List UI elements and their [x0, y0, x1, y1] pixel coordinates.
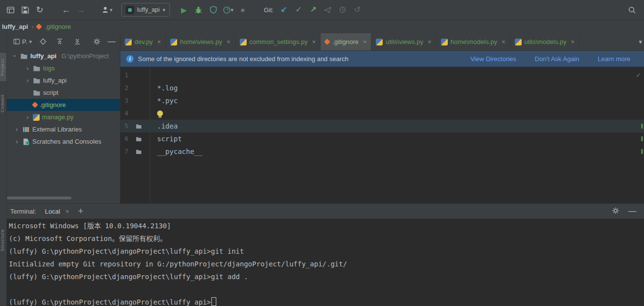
tree-item-external-libraries[interactable]: › External Libraries: [6, 123, 120, 135]
run-config-icon: [126, 6, 134, 14]
back-icon[interactable]: ←: [60, 3, 72, 16]
editor-content[interactable]: 1 2 *.log 3 *.pyc 4: [120, 67, 644, 204]
editor-line[interactable]: 4: [120, 107, 644, 120]
pycharm-window: ↻ ← → ▾ luffy_api ▾ ▶ ▾ ■ Git: ↙ ✓ ↗: [0, 0, 644, 306]
editor-line[interactable]: 1: [120, 69, 644, 82]
paper-plane-icon[interactable]: [322, 3, 334, 16]
python-file-icon: [170, 39, 177, 45]
new-session-plus-icon[interactable]: +: [78, 207, 83, 216]
chevron-collapsed-icon[interactable]: ›: [14, 126, 20, 132]
rollback-icon[interactable]: ↺: [351, 3, 364, 16]
close-icon[interactable]: ×: [571, 38, 575, 45]
sync-refresh-icon[interactable]: ↻: [33, 3, 46, 16]
chevron-collapsed-icon[interactable]: ›: [25, 77, 30, 84]
profiler-icon[interactable]: ▾: [222, 3, 234, 16]
hide-panel-icon[interactable]: —: [106, 36, 117, 47]
tree-item-logs[interactable]: › logs: [6, 62, 120, 74]
tab-dev-py[interactable]: dev.py ×: [120, 33, 166, 50]
breadcrumb-file[interactable]: .gitignore: [45, 23, 70, 30]
chevron-expanded-icon[interactable]: ›: [12, 53, 18, 59]
project-view-selector[interactable]: P. ▾: [13, 38, 32, 45]
save-all-icon[interactable]: [19, 3, 31, 16]
tree-item-scratches[interactable]: › Scratches and Consoles: [6, 135, 120, 148]
tab-utils-models-py[interactable]: utils\models.py ×: [510, 33, 580, 50]
terminal-tab-local[interactable]: Local ×: [45, 208, 69, 215]
terminal-label: Terminal:: [10, 208, 36, 215]
horizontal-scrollbar[interactable]: [7, 197, 71, 199]
tree-item-manage-py[interactable]: › manage.py: [6, 111, 120, 123]
terminal-tab-label: Local: [45, 208, 60, 215]
collapse-all-icon[interactable]: [54, 36, 65, 47]
line-number: 3: [120, 97, 128, 104]
close-icon[interactable]: ×: [502, 38, 506, 45]
settings-gear-icon[interactable]: [92, 36, 102, 47]
main-area: P. ▾ — ›: [6, 33, 644, 204]
chevron-collapsed-icon[interactable]: ›: [14, 138, 20, 145]
hide-panel-icon[interactable]: —: [628, 207, 636, 215]
tab-home-views-py[interactable]: home\views.py ×: [166, 33, 235, 50]
tree-item-root[interactable]: › luffy_api G:\pythonProject: [6, 50, 120, 62]
tab-gitignore[interactable]: .gitignore ×: [321, 33, 371, 50]
tree-item-label: luffy_api: [43, 77, 67, 84]
git-update-icon[interactable]: ↙: [277, 3, 290, 16]
tree-item-script[interactable]: › script: [6, 87, 120, 99]
run-config-selector[interactable]: luffy_api ▾: [121, 3, 170, 17]
tree-item-luffy-api[interactable]: › luffy_api: [6, 74, 120, 87]
tool-window-button-commit[interactable]: Commit: [0, 91, 6, 116]
breadcrumb: luffy_api › .gitignore: [0, 20, 644, 34]
tool-window-button-project[interactable]: Project: [0, 53, 6, 81]
breadcrumb-project[interactable]: luffy_api: [2, 23, 28, 30]
git-push-icon[interactable]: ↗: [307, 3, 320, 16]
terminal-line: [9, 283, 644, 296]
hidden-tabs-icon[interactable]: ▾: [639, 33, 642, 50]
git-commit-icon[interactable]: ✓: [292, 3, 305, 16]
tab-label: dev.py: [135, 38, 153, 45]
chevron-collapsed-icon[interactable]: ›: [25, 65, 30, 71]
chevron-collapsed-icon[interactable]: ›: [25, 114, 30, 120]
tool-window-button-structure[interactable]: Structure: [0, 225, 6, 255]
close-icon[interactable]: ×: [363, 38, 367, 45]
terminal-line: Microsoft Windows [版本 10.0.19044.2130]: [9, 219, 644, 232]
editor-line-current[interactable]: 5 .idea: [120, 120, 644, 132]
notification-banner: i Some of the ignored directories are no…: [120, 51, 644, 67]
inspections-ok-check-icon[interactable]: ✓: [637, 71, 641, 79]
banner-actions: View Directories Don't Ask Again Learn m…: [470, 55, 638, 63]
expand-all-icon[interactable]: [72, 36, 83, 47]
stop-button[interactable]: ■: [236, 3, 249, 16]
history-clock-icon[interactable]: [336, 3, 349, 16]
editor-line[interactable]: 6 script: [120, 132, 644, 145]
select-opened-file-icon[interactable]: [38, 36, 48, 47]
close-icon[interactable]: ×: [428, 38, 432, 45]
terminal-line: (luffy) G:\pythonProject\djangoProject\l…: [9, 245, 644, 258]
editor-line[interactable]: 2 *.log: [120, 82, 644, 94]
user-account-icon[interactable]: ▾: [101, 3, 114, 16]
editor-line[interactable]: 3 *.pyc: [120, 94, 644, 107]
close-icon[interactable]: ×: [312, 38, 316, 45]
run-button[interactable]: ▶: [178, 3, 190, 16]
tab-common-settings-py[interactable]: common_settings.py ×: [235, 33, 321, 50]
terminal-output[interactable]: Microsoft Windows [版本 10.0.19044.2130] (…: [6, 219, 644, 306]
forward-icon[interactable]: →: [74, 3, 87, 16]
tab-utils-views-py[interactable]: utils\views.py ×: [371, 33, 436, 50]
terminal-settings-gear-icon[interactable]: [612, 207, 620, 216]
gutter-slot: [128, 123, 150, 130]
close-icon[interactable]: ×: [66, 208, 69, 215]
intention-bulb-icon[interactable]: [157, 110, 163, 116]
coverage-shield-icon[interactable]: [207, 3, 220, 16]
tree-item-gitignore[interactable]: › .gitignore: [6, 99, 120, 111]
gutter-slot: [128, 136, 150, 142]
window-menu-icon[interactable]: [4, 3, 17, 16]
line-number: 7: [120, 148, 128, 155]
python-file-icon: [376, 39, 383, 45]
view-directories-link[interactable]: View Directories: [470, 55, 516, 63]
close-icon[interactable]: ×: [227, 38, 230, 45]
folder-icon: [136, 149, 142, 155]
learn-more-link[interactable]: Learn more: [598, 55, 630, 63]
search-icon[interactable]: [625, 3, 638, 16]
editor-line[interactable]: 7 __pycache__: [120, 145, 644, 158]
dont-ask-again-link[interactable]: Don't Ask Again: [535, 55, 579, 63]
tab-home-models-py[interactable]: home\models.py ×: [437, 33, 510, 50]
close-icon[interactable]: ×: [157, 38, 161, 45]
editor-tabbar: dev.py × home\views.py × common_settings…: [120, 33, 644, 51]
debug-bug-icon[interactable]: [192, 3, 205, 16]
